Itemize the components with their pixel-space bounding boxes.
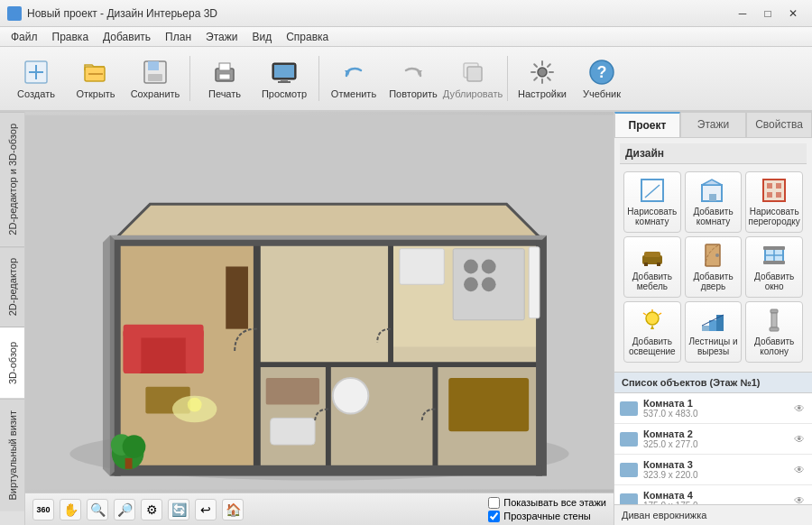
- add-room-button[interactable]: Добавить комнату: [685, 171, 743, 233]
- 360-button[interactable]: 360: [32, 499, 54, 520]
- maximize-button[interactable]: □: [756, 5, 780, 23]
- svg-rect-12: [281, 79, 288, 81]
- stairs-cuts-label: Лестницы и вырезы: [687, 336, 740, 356]
- stairs-cuts-button[interactable]: Лестницы и вырезы: [685, 301, 743, 363]
- duplicate-button[interactable]: Дублировать: [444, 50, 502, 107]
- svg-rect-78: [644, 262, 648, 266]
- svg-rect-73: [776, 183, 781, 189]
- svg-rect-71: [763, 180, 785, 201]
- print-label: Печать: [208, 88, 241, 99]
- save-label: Сохранить: [131, 88, 180, 99]
- svg-marker-69: [702, 180, 722, 185]
- svg-point-49: [123, 435, 146, 458]
- room-item-1[interactable]: Комната 1 537.0 x 483.0 👁: [614, 393, 812, 424]
- minimize-button[interactable]: ─: [731, 5, 754, 23]
- redo-button[interactable]: Повторить: [384, 50, 442, 107]
- zoom-out-button[interactable]: 🔍: [87, 499, 108, 520]
- window-controls[interactable]: ─ □ ✕: [731, 5, 805, 23]
- menu-add[interactable]: Добавить: [96, 29, 158, 45]
- undo-label: Отменить: [331, 88, 376, 99]
- svg-rect-51: [226, 266, 248, 328]
- create-button[interactable]: Создать: [7, 50, 65, 107]
- add-column-button[interactable]: Добавить колону: [745, 301, 803, 363]
- svg-point-46: [188, 398, 202, 412]
- svg-text:?: ?: [597, 63, 607, 81]
- add-lighting-button[interactable]: Добавить освещение: [623, 301, 681, 363]
- tab-virtual[interactable]: Виртуальный визит: [0, 399, 24, 511]
- add-door-button[interactable]: Добавить дверь: [685, 236, 743, 298]
- room-dims-1: 537.0 x 483.0: [643, 409, 787, 419]
- design-section: Дизайн Нарисовать комнату: [614, 138, 812, 372]
- canvas-area: 360 ✋ 🔍 🔎 ⚙ 🔄 ↩ 🏠 Показывать все этажи П…: [25, 112, 614, 525]
- toolbar-sep-2: [318, 56, 319, 101]
- show-all-floors-check[interactable]: Показывать все этажи: [488, 497, 606, 509]
- svg-rect-58: [529, 247, 540, 318]
- home-view-button[interactable]: 🏠: [222, 499, 244, 520]
- room-name-2: Комната 2: [643, 428, 787, 439]
- settings2-button[interactable]: ⚙: [141, 499, 162, 520]
- show-all-floors-input[interactable]: [488, 497, 500, 509]
- menu-plan[interactable]: План: [158, 29, 198, 45]
- preview-button[interactable]: Просмотр: [255, 50, 313, 107]
- add-room-label: Добавить комнату: [687, 207, 740, 226]
- menu-help[interactable]: Справка: [279, 29, 336, 45]
- zoom-in-button[interactable]: 🔎: [114, 499, 135, 520]
- open-button[interactable]: Открыть: [67, 50, 125, 107]
- room-eye-1[interactable]: 👁: [792, 401, 807, 416]
- draw-partition-button[interactable]: Нарисовать перегородку: [745, 171, 803, 233]
- svg-rect-43: [186, 329, 204, 373]
- rotate-button[interactable]: 🔄: [168, 499, 189, 520]
- transparent-walls-check[interactable]: Прозрачные стены: [488, 511, 606, 522]
- preview-label: Просмотр: [262, 88, 307, 99]
- tab-properties[interactable]: Свойства: [746, 112, 812, 137]
- duplicate-label: Дублировать: [443, 88, 503, 99]
- add-furniture-icon: [640, 243, 665, 268]
- room-icon-4: [620, 493, 638, 505]
- tab-floors[interactable]: Этажи: [680, 112, 746, 137]
- transparent-walls-input[interactable]: [488, 511, 500, 522]
- print-icon: [210, 58, 239, 87]
- svg-rect-93: [716, 315, 724, 331]
- canvas-3d[interactable]: [25, 112, 614, 493]
- menu-floors[interactable]: Этажи: [198, 29, 245, 45]
- svg-line-89: [643, 313, 646, 315]
- title-bar: Новый проект - Дизайн Интерьера 3D ─ □ ✕: [0, 0, 812, 27]
- settings-button[interactable]: Настройки: [513, 50, 571, 107]
- room-item-3[interactable]: Комната 3 323.9 x 220.0 👁: [614, 455, 812, 485]
- room-item-4[interactable]: Комната 4 175.0 x 175.0 👁: [614, 485, 812, 504]
- svg-point-56: [464, 277, 478, 291]
- tab-2d[interactable]: 2D-редактор: [0, 246, 24, 327]
- tab-3d[interactable]: 3D-обзор: [0, 327, 24, 399]
- menu-edit[interactable]: Правка: [45, 29, 97, 45]
- svg-rect-61: [266, 378, 319, 405]
- print-button[interactable]: Печать: [196, 50, 254, 107]
- draw-room-button[interactable]: Нарисовать комнату: [623, 171, 681, 233]
- svg-rect-96: [771, 313, 777, 327]
- draw-partition-icon: [761, 178, 787, 203]
- room-eye-4[interactable]: 👁: [792, 493, 807, 505]
- close-button[interactable]: ✕: [781, 5, 805, 23]
- help-label: Учебник: [583, 88, 621, 99]
- room-eye-2[interactable]: 👁: [792, 432, 807, 447]
- svg-point-81: [715, 253, 719, 257]
- tab-2d-3d[interactable]: 2D-редактор и 3D-обзор: [0, 112, 24, 246]
- undo-button[interactable]: Отменить: [325, 50, 383, 107]
- reset-button[interactable]: ↩: [195, 499, 217, 520]
- menu-view[interactable]: Вид: [245, 29, 279, 45]
- save-button[interactable]: Сохранить: [126, 50, 184, 107]
- add-furniture-button[interactable]: Добавить мебель: [623, 236, 681, 298]
- preview-icon: [270, 58, 299, 87]
- room-item-2[interactable]: Комната 2 325.0 x 277.0 👁: [614, 424, 812, 455]
- help-button[interactable]: ? Учебник: [573, 50, 631, 107]
- draw-partition-label: Нарисовать перегородку: [748, 207, 800, 226]
- svg-rect-37: [115, 465, 542, 476]
- svg-point-87: [646, 312, 659, 325]
- pan-button[interactable]: ✋: [60, 499, 81, 520]
- room-eye-3[interactable]: 👁: [792, 463, 807, 477]
- add-column-icon: [761, 308, 787, 333]
- menu-file[interactable]: Файл: [4, 29, 45, 45]
- add-column-label: Добавить колону: [748, 336, 800, 356]
- svg-rect-17: [467, 67, 482, 81]
- tab-project[interactable]: Проект: [614, 112, 680, 137]
- add-window-button[interactable]: Добавить окно: [745, 236, 803, 298]
